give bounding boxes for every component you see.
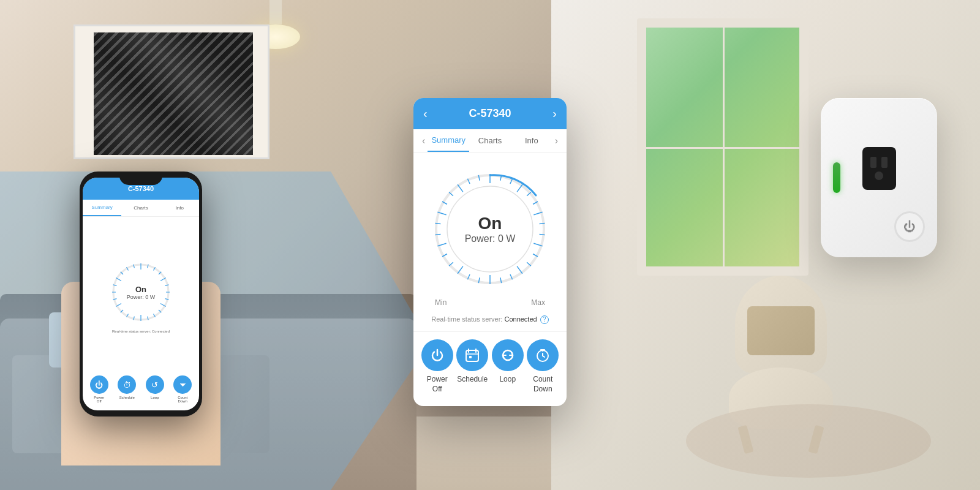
tab-right-arrow[interactable]: › <box>552 130 560 151</box>
painting-artwork <box>94 32 253 155</box>
svg-line-34 <box>540 234 545 235</box>
wall-painting <box>74 24 270 159</box>
app-title: C-57340 <box>438 107 542 120</box>
app-forward-button[interactable]: › <box>542 107 557 121</box>
connection-status: Connected <box>504 315 537 323</box>
plug-slot-right <box>881 157 888 168</box>
mini-gauge: On Power: 0 W <box>107 258 175 326</box>
mini-btn-countdown[interactable]: ⏷ CountDown <box>173 375 192 403</box>
mini-btn-power-off[interactable]: ⏻ PowerOff <box>90 375 108 403</box>
action-buttons: PowerOff Schedule <box>413 331 567 406</box>
chair-pillow <box>747 306 815 355</box>
app-back-button[interactable]: ‹ <box>423 107 438 121</box>
svg-rect-61 <box>469 356 472 358</box>
mini-power-off-icon: ⏻ <box>90 375 108 394</box>
plug-body: ⏻ <box>821 98 937 257</box>
svg-line-49 <box>435 224 440 224</box>
svg-line-33 <box>540 224 545 224</box>
plug-power-button[interactable]: ⏻ <box>894 211 925 242</box>
gauge-text: On Power: 0 W <box>465 214 516 244</box>
app-modal: ‹ C-57340 › ‹ Summary Charts Info › <box>413 98 567 406</box>
mini-power-label: Power: 0 W <box>127 294 156 300</box>
mini-schedule-icon: ⏱ <box>118 375 136 394</box>
app-tabs: ‹ Summary Charts Info › <box>413 129 567 153</box>
realtime-status: Real-time status server: Connected ? <box>413 313 567 331</box>
mini-tab-summary: Summary <box>83 200 121 216</box>
power-off-icon <box>421 339 453 371</box>
mini-gauge-area: On Power: 0 W Real-time status server: C… <box>83 217 199 372</box>
mini-loop-icon: ↺ <box>146 375 164 394</box>
tab-left-arrow[interactable]: ‹ <box>420 130 428 151</box>
power-gauge: On Power: 0 W <box>426 165 554 293</box>
schedule-icon <box>456 339 488 371</box>
mini-loop-label: Loop <box>151 396 159 399</box>
phone-screen: C-57340 Summary Charts Info <box>83 178 199 410</box>
svg-line-38 <box>517 266 522 274</box>
tab-info[interactable]: Info <box>511 130 552 151</box>
mini-btn-loop[interactable]: ↺ Loop <box>146 375 164 403</box>
plug-socket <box>862 147 896 190</box>
countdown-label: CountDown <box>533 375 552 394</box>
mini-schedule-label: Schedule <box>119 396 135 399</box>
svg-line-53 <box>458 184 463 192</box>
plug-ground <box>875 172 883 180</box>
power-off-label: PowerOff <box>427 375 448 394</box>
hand-with-phone: C-57340 Summary Charts Info <box>61 172 221 466</box>
loop-label: Loop <box>499 375 516 385</box>
mini-tabs: Summary Charts Info <box>83 200 199 217</box>
mini-action-buttons: ⏻ PowerOff ⏱ Schedule ↺ Loop ⏷ CountDown <box>83 372 199 407</box>
ceiling-rod <box>270 0 282 24</box>
btn-power-off[interactable]: PowerOff <box>421 339 453 394</box>
loop-icon <box>492 339 524 371</box>
plug-outlet <box>862 147 896 190</box>
app-header: ‹ C-57340 › <box>413 98 567 129</box>
small-phone: C-57340 Summary Charts Info <box>80 172 202 417</box>
mini-app: C-57340 Summary Charts Info <box>83 178 199 410</box>
gauge-labels: Min Max <box>435 298 545 307</box>
mini-btn-schedule[interactable]: ⏱ Schedule <box>118 375 136 403</box>
gauge-max-label: Max <box>531 298 545 307</box>
mini-power-off-label: PowerOff <box>94 396 104 403</box>
btn-schedule[interactable]: Schedule <box>456 339 488 394</box>
mini-countdown-label: CountDown <box>178 396 187 403</box>
info-icon[interactable]: ? <box>540 315 549 324</box>
svg-line-44 <box>458 266 463 274</box>
schedule-label: Schedule <box>457 375 488 385</box>
power-reading: Power: 0 W <box>465 233 516 244</box>
svg-line-29 <box>517 184 522 192</box>
phone-notch <box>119 172 162 185</box>
tab-charts[interactable]: Charts <box>469 130 511 151</box>
rug <box>686 404 931 478</box>
tab-summary[interactable]: Summary <box>428 129 469 152</box>
mini-gauge-text: On Power: 0 W <box>127 285 156 300</box>
window <box>637 18 809 276</box>
btn-countdown[interactable]: CountDown <box>527 339 559 394</box>
svg-line-48 <box>435 234 440 235</box>
plug-slot-left <box>870 157 876 168</box>
gauge-min-label: Min <box>435 298 447 307</box>
smart-plug: ⏻ <box>821 98 943 270</box>
mini-realtime-status: Real-time status server: Connected <box>112 330 170 333</box>
mini-tab-charts: Charts <box>121 200 160 216</box>
mini-status-on: On <box>127 285 156 294</box>
device-status: On <box>465 214 516 233</box>
countdown-icon <box>527 339 559 371</box>
window-frame-v <box>723 28 725 266</box>
plug-indicator-light <box>833 162 840 193</box>
btn-loop[interactable]: Loop <box>492 339 524 394</box>
mini-tab-info: Info <box>160 200 199 216</box>
mini-countdown-icon: ⏷ <box>173 375 192 394</box>
app-gauge-area: On Power: 0 W Min Max <box>413 153 567 313</box>
